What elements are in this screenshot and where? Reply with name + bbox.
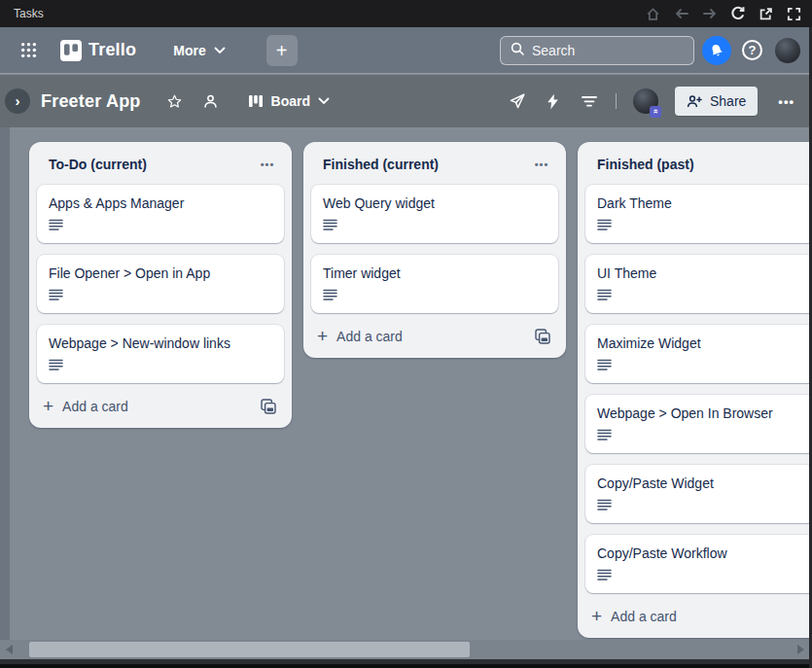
card-title: Copy/Paste Workflow: [597, 544, 812, 563]
card-title: Webpage > New-window links: [49, 334, 272, 353]
fullscreen-icon[interactable]: [786, 6, 802, 22]
card[interactable]: Webpage > Open In Browser: [585, 395, 812, 453]
scroll-right-arrow[interactable]: [797, 645, 804, 654]
open-external-icon[interactable]: [758, 6, 774, 22]
card-badges: [597, 569, 812, 581]
card-badges: [597, 429, 812, 441]
card[interactable]: Maximize Widget: [585, 325, 812, 383]
add-card-button[interactable]: Add a card: [611, 609, 677, 624]
card[interactable]: Dark Theme: [585, 185, 812, 243]
horizontal-scrollbar[interactable]: [0, 640, 812, 659]
collapsed-sidebar[interactable]: [0, 127, 10, 640]
template-icon: [535, 329, 550, 344]
power-ups-icon[interactable]: [508, 91, 527, 111]
apps-grid-icon[interactable]: [16, 38, 41, 63]
card[interactable]: Timer widget: [311, 255, 558, 313]
more-label: More: [173, 43, 205, 58]
board-member-avatar[interactable]: »: [633, 88, 658, 114]
list-menu-button[interactable]: •••: [253, 154, 282, 175]
card-badges: [597, 359, 812, 371]
plus-icon: +: [43, 400, 53, 413]
create-from-template-button[interactable]: [533, 327, 552, 346]
card-badges: [49, 219, 272, 231]
filter-icon[interactable]: [580, 91, 599, 111]
card[interactable]: Copy/Paste Widget: [585, 465, 812, 523]
scroll-left-arrow[interactable]: [6, 645, 13, 654]
trello-logo-icon: [60, 40, 82, 61]
search-input[interactable]: [532, 43, 684, 58]
card-badges: [597, 219, 812, 231]
description-icon: [323, 289, 337, 301]
refresh-icon[interactable]: [729, 6, 746, 22]
trello-logo-text: Trello: [88, 40, 136, 60]
card-title: Maximize Widget: [597, 334, 812, 353]
list-title[interactable]: Finished (past): [597, 157, 801, 172]
card[interactable]: Web Query widget: [311, 185, 558, 243]
board-view-switcher[interactable]: Board: [248, 93, 330, 109]
card[interactable]: Copy/Paste Workflow: [585, 535, 812, 593]
scrollbar-thumb[interactable]: [29, 642, 470, 657]
description-icon: [597, 359, 612, 371]
chevron-down-icon: [318, 97, 330, 105]
list-menu-button[interactable]: •••: [527, 154, 556, 175]
window-title: Tasks: [14, 7, 44, 20]
notifications-button[interactable]: [702, 36, 731, 65]
board-view-icon: [248, 94, 264, 108]
board-lists: To-Do (current) ••• Apps & Apps Manager …: [29, 142, 812, 638]
automation-lightning-icon[interactable]: [544, 91, 563, 111]
card-title: Timer widget: [323, 264, 547, 283]
description-icon: [597, 429, 612, 441]
trello-logo[interactable]: Trello: [60, 40, 136, 61]
chevron-down-icon: [214, 47, 226, 54]
window-controls: [645, 6, 802, 22]
home-icon[interactable]: [645, 6, 661, 22]
expand-sidebar-button[interactable]: ›: [5, 88, 30, 114]
question-mark-icon: ?: [749, 43, 757, 57]
add-card-button[interactable]: Add a card: [62, 399, 128, 414]
card-badges: [597, 499, 812, 511]
board-title[interactable]: Freeter App: [41, 91, 141, 112]
more-menu[interactable]: More: [173, 43, 225, 58]
back-icon[interactable]: [673, 6, 689, 22]
board-menu-button[interactable]: •••: [774, 94, 798, 109]
card-title: Webpage > Open In Browser: [597, 404, 812, 423]
template-icon: [261, 399, 276, 414]
board-header-actions: » Share •••: [508, 87, 798, 116]
description-icon: [49, 289, 63, 301]
description-icon: [49, 359, 63, 371]
search-icon: [511, 42, 524, 59]
card-badges: [323, 289, 547, 301]
card-title: Apps & Apps Manager: [49, 193, 272, 213]
description-icon: [597, 289, 612, 301]
list-cards: Dark Theme UI Theme Maximize Widget Webp…: [578, 185, 812, 593]
share-label: Share: [710, 93, 746, 109]
card[interactable]: Apps & Apps Manager: [37, 185, 284, 243]
card-badges: [323, 219, 547, 231]
add-member-icon: [687, 94, 702, 109]
description-icon: [597, 499, 612, 511]
description-icon: [597, 569, 612, 581]
forward-icon[interactable]: [701, 6, 718, 22]
share-button[interactable]: Share: [675, 87, 758, 116]
search-box[interactable]: [500, 36, 694, 65]
help-button[interactable]: ?: [742, 40, 762, 60]
list-1: Finished (current) ••• Web Query widget …: [303, 142, 566, 358]
list-cards: Web Query widget Timer widget: [303, 185, 566, 313]
list-0: To-Do (current) ••• Apps & Apps Manager …: [29, 142, 292, 428]
card-badges: [597, 289, 812, 301]
add-card-button[interactable]: Add a card: [336, 329, 403, 344]
card[interactable]: Webpage > New-window links: [37, 325, 284, 383]
list-title[interactable]: Finished (current): [323, 157, 527, 172]
list-title[interactable]: To-Do (current): [49, 157, 253, 172]
list-2: Finished (past) ••• Dark Theme UI Theme …: [578, 142, 812, 638]
app-navbar: Trello More + ?: [0, 27, 812, 74]
create-from-template-button[interactable]: [259, 397, 278, 416]
card[interactable]: UI Theme: [585, 255, 812, 313]
bell-icon: [707, 40, 726, 59]
workspace-visibility-icon[interactable]: [201, 91, 221, 111]
divider: [616, 93, 617, 109]
card[interactable]: File Opener > Open in App: [37, 255, 284, 313]
star-board-icon[interactable]: [165, 91, 185, 111]
user-avatar[interactable]: [775, 38, 800, 63]
create-button[interactable]: +: [266, 35, 298, 66]
